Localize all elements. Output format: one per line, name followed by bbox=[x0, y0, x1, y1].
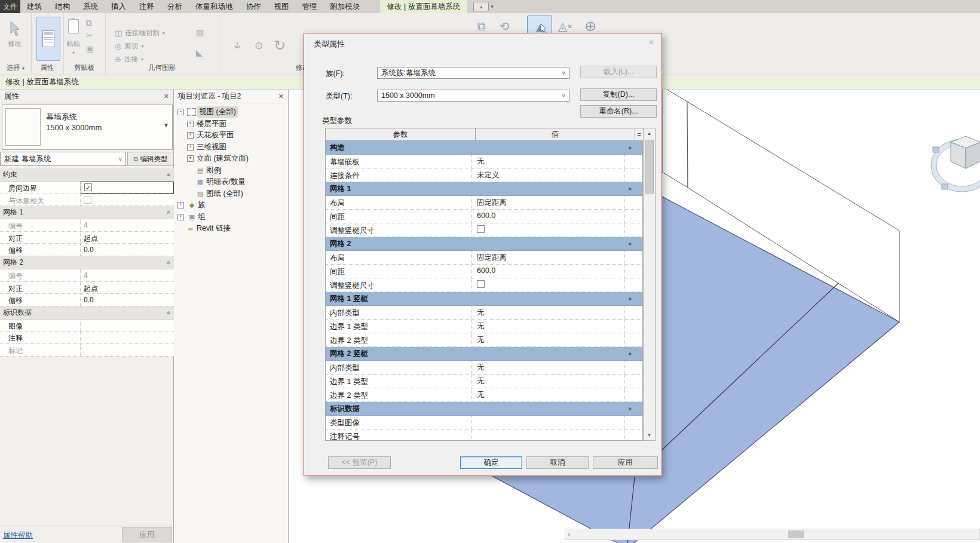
scrollbar-thumb[interactable] bbox=[645, 140, 654, 194]
property-value[interactable] bbox=[81, 344, 174, 356]
ribbon-tab[interactable]: 视图 bbox=[268, 0, 296, 13]
param-group-header[interactable]: 网格 2 竖梃« bbox=[326, 347, 642, 361]
massing-box-left-wall[interactable] bbox=[662, 90, 688, 188]
rename-button[interactable]: 重命名(R)... bbox=[580, 105, 657, 118]
chevron-down-icon[interactable]: ▾ bbox=[491, 4, 494, 10]
collapse-chevron-icon[interactable]: « bbox=[627, 242, 634, 246]
family-dropdown[interactable]: 系统族:幕墙系统 ˅ bbox=[377, 67, 569, 79]
join-cut-tool[interactable]: ◫ 连接端切割▾ bbox=[115, 29, 165, 38]
tree-item[interactable]: +▣组 bbox=[174, 211, 288, 223]
beam-cope-icon[interactable]: ▨ bbox=[196, 27, 204, 37]
param-value[interactable]: 无 bbox=[472, 333, 625, 346]
property-value[interactable] bbox=[81, 332, 174, 343]
checkbox[interactable] bbox=[84, 196, 91, 204]
chevron-down-icon[interactable]: ▼ bbox=[163, 122, 169, 128]
select-panel-label[interactable]: 选择 ▾ bbox=[0, 63, 31, 72]
checkbox[interactable] bbox=[477, 280, 485, 288]
property-value[interactable]: 0.0 bbox=[81, 244, 174, 256]
collapse-chevron-icon[interactable]: « bbox=[166, 211, 173, 214]
tree-item[interactable]: +楼层平面 bbox=[174, 118, 288, 130]
table-vertical-scrollbar[interactable]: ▲ ▼ bbox=[643, 128, 656, 441]
join-geometry-tool[interactable]: ⊕ 连接▾ bbox=[115, 55, 143, 64]
param-group-header[interactable]: 网格 2« bbox=[326, 237, 642, 251]
param-group-header[interactable]: 网格 1« bbox=[326, 182, 642, 196]
checkbox[interactable] bbox=[477, 225, 485, 233]
element-filter-dropdown[interactable]: 新建 幕墙系统 ˅ bbox=[0, 152, 126, 166]
file-tab[interactable]: 文件 bbox=[0, 0, 20, 13]
ribbon-tab[interactable]: 体量和场地 bbox=[189, 0, 240, 13]
value-column-header[interactable]: 值 bbox=[475, 128, 635, 141]
ribbon-tab[interactable]: 协作 bbox=[240, 0, 268, 13]
property-group-header[interactable]: 约束« bbox=[0, 168, 174, 182]
expand-icon[interactable]: + bbox=[187, 132, 194, 139]
collapse-chevron-icon[interactable]: « bbox=[627, 146, 634, 149]
collapse-chevron-icon[interactable]: « bbox=[627, 352, 634, 355]
duplicate-button[interactable]: 复制(D)... bbox=[580, 88, 657, 101]
resize-grip[interactable]: ⋰ bbox=[653, 468, 659, 474]
paste-icon[interactable] bbox=[68, 19, 79, 33]
expand-icon[interactable]: + bbox=[187, 144, 194, 151]
scroll-left-icon[interactable]: ‹ bbox=[568, 530, 570, 538]
param-group-header[interactable]: 网格 1 竖梃« bbox=[326, 292, 642, 306]
type-selector[interactable]: 幕墙系统 1500 x 3000mm ▼ bbox=[2, 105, 173, 150]
checkbox[interactable]: ✓ bbox=[84, 183, 92, 191]
modify-cursor-icon[interactable] bbox=[8, 20, 22, 37]
ribbon-tab[interactable]: 系统 bbox=[76, 0, 105, 13]
tree-item[interactable]: +◆族 bbox=[174, 200, 288, 211]
compass-south-marker[interactable] bbox=[942, 184, 948, 189]
tree-item[interactable]: +天花板平面 bbox=[174, 130, 288, 142]
param-value[interactable] bbox=[472, 223, 625, 237]
properties-button[interactable] bbox=[36, 17, 60, 61]
property-value[interactable]: 4 bbox=[81, 269, 174, 281]
load-button[interactable]: 载入(L)... bbox=[580, 66, 657, 78]
param-value[interactable]: 无 bbox=[472, 306, 625, 319]
view-cube[interactable] bbox=[931, 136, 980, 192]
property-value[interactable]: 4 bbox=[81, 219, 174, 231]
close-icon[interactable]: ✕ bbox=[164, 93, 169, 100]
paint-icon[interactable]: ◣ bbox=[196, 48, 203, 57]
param-value[interactable]: 无 bbox=[472, 320, 625, 333]
param-column-header[interactable]: 参数 bbox=[325, 128, 476, 141]
property-value[interactable]: 起点 bbox=[81, 232, 174, 244]
ribbon-tab[interactable]: 建筑 bbox=[20, 0, 48, 13]
collapse-chevron-icon[interactable]: « bbox=[627, 407, 634, 410]
property-value[interactable]: ✓ bbox=[81, 182, 174, 194]
scroll-up-icon[interactable]: ▲ bbox=[644, 131, 655, 136]
ribbon-tab[interactable]: 管理 bbox=[296, 0, 324, 13]
param-value[interactable]: 无 bbox=[472, 361, 625, 374]
collapse-chevron-icon[interactable]: « bbox=[627, 187, 634, 191]
expand-icon[interactable]: + bbox=[177, 202, 184, 208]
rotate-icon[interactable]: ↻ bbox=[274, 37, 286, 54]
property-group-header[interactable]: 网格 1« bbox=[0, 206, 174, 219]
horizontal-scrollbar[interactable]: ‹ bbox=[565, 529, 980, 540]
move-icon[interactable]: ↔↕ bbox=[231, 38, 244, 51]
param-value[interactable]: 固定距离 bbox=[472, 251, 625, 264]
ribbon-collapse-icon[interactable]: ▲ bbox=[473, 2, 489, 11]
edit-type-button[interactable]: ⧉ 编辑类型 bbox=[127, 152, 174, 166]
expand-icon[interactable]: + bbox=[177, 214, 184, 220]
param-value[interactable]: 固定距离 bbox=[472, 196, 625, 209]
param-group-header[interactable]: 构造« bbox=[326, 141, 642, 155]
cut-scissors-icon[interactable]: ✂ bbox=[86, 31, 93, 40]
ribbon-tab[interactable]: 插入 bbox=[105, 0, 133, 13]
tree-item[interactable]: +立面 (建筑立面) bbox=[174, 153, 288, 165]
ribbon-tab[interactable]: 附加模块 bbox=[324, 0, 367, 13]
ribbon-collapse-control[interactable]: ▲ ▾ bbox=[473, 0, 494, 13]
dialog-apply-button[interactable]: 应用 bbox=[593, 456, 658, 469]
close-icon[interactable]: ✕ bbox=[278, 93, 284, 100]
scrollbar-thumb[interactable] bbox=[788, 530, 804, 538]
tree-item[interactable]: ▦明细表/数量 bbox=[174, 176, 288, 188]
close-icon[interactable]: ✕ bbox=[648, 38, 654, 47]
match-properties-icon[interactable]: ▣ bbox=[86, 44, 93, 53]
modify-tool-label[interactable]: 修改 bbox=[8, 39, 22, 48]
copy-icon[interactable]: ⧉ bbox=[86, 18, 92, 28]
param-value[interactable] bbox=[472, 416, 625, 429]
ok-button[interactable]: 确定 bbox=[460, 456, 522, 469]
property-value[interactable] bbox=[81, 320, 174, 332]
param-value[interactable]: 600.0 bbox=[472, 210, 625, 223]
tree-item[interactable]: ▤图例 bbox=[174, 165, 288, 177]
param-value[interactable]: 未定义 bbox=[472, 168, 625, 182]
collapse-icon[interactable]: - bbox=[177, 109, 184, 115]
properties-help-link[interactable]: 属性帮助 bbox=[3, 530, 33, 541]
property-group-header[interactable]: 网格 2« bbox=[0, 256, 174, 269]
